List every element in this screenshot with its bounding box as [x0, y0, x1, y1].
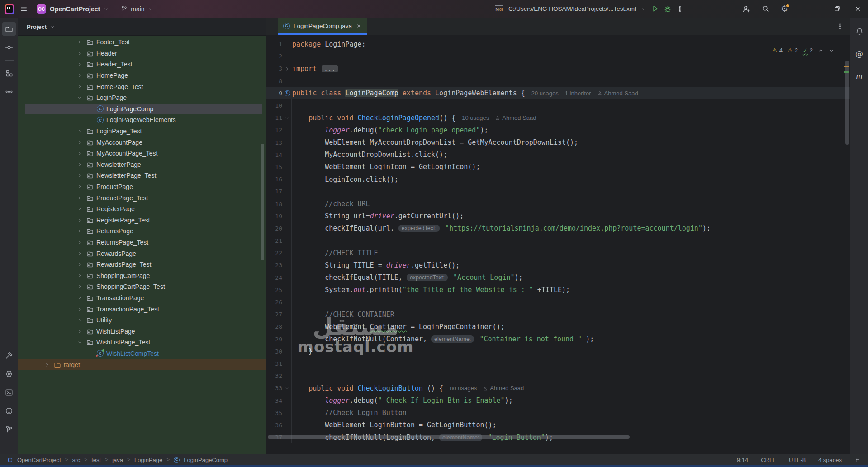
- line-number[interactable]: 27: [266, 311, 282, 318]
- file-encoding[interactable]: UTF-8: [789, 457, 806, 463]
- code-line-22[interactable]: 22 //CHECK TITLE: [266, 247, 850, 259]
- tree-item-Header_Test[interactable]: Header_Test: [18, 59, 266, 70]
- tree-chevron-icon[interactable]: [76, 95, 83, 100]
- tree-item-RegisterPage_Test[interactable]: RegisterPage_Test: [18, 215, 266, 226]
- tool-problems-button[interactable]: [2, 404, 16, 418]
- code-line-29[interactable]: 29 checkIfNotNull(Contianer, elementName…: [266, 333, 850, 345]
- tree-chevron-icon[interactable]: [76, 151, 83, 156]
- line-number[interactable]: 2: [266, 53, 282, 60]
- code-line-31[interactable]: 31: [266, 358, 850, 370]
- inspections-widget[interactable]: ⚠4 ⚠2 ✓2: [772, 47, 835, 54]
- line-number[interactable]: 16: [266, 176, 282, 183]
- line-number[interactable]: 24: [266, 274, 282, 281]
- tree-chevron-icon[interactable]: [76, 262, 83, 267]
- breadcrumb-item[interactable]: OpenCartProject: [17, 457, 61, 463]
- code-line-25[interactable]: 25 System.out.println("the Title of the …: [266, 284, 850, 296]
- line-number[interactable]: 12: [266, 127, 282, 133]
- line-number[interactable]: 14: [266, 151, 282, 158]
- line-number[interactable]: 36: [266, 422, 282, 429]
- tool-build-button[interactable]: [2, 348, 16, 363]
- code-line-3[interactable]: 3import ...: [266, 62, 850, 75]
- code-line-20[interactable]: 20 checkIfEqual(url, expectedText: "http…: [266, 222, 850, 235]
- line-number[interactable]: 25: [266, 287, 282, 293]
- tree-item-LoginPage[interactable]: LoginPage: [18, 92, 266, 104]
- tree-item-ProductPage_Test[interactable]: ProductPage_Test: [18, 192, 266, 203]
- code-line-8[interactable]: 8: [266, 75, 850, 87]
- tree-item-ReturnsPage[interactable]: ReturnsPage: [18, 226, 266, 237]
- class-gutter-icon[interactable]: C: [282, 90, 292, 96]
- tree-item-MyAccountPage_Test[interactable]: MyAccountPage_Test: [18, 148, 266, 159]
- code-line-13[interactable]: 13 WebElement MyAccountDropDownList = Ge…: [266, 137, 850, 149]
- line-number[interactable]: 9: [266, 90, 282, 97]
- code-line-30[interactable]: 30 }: [266, 345, 850, 358]
- code-line-27[interactable]: 27 //CHECK CONTAINER: [266, 308, 850, 321]
- tree-chevron-icon[interactable]: [76, 284, 83, 289]
- code-line-21[interactable]: 21: [266, 235, 850, 247]
- line-number[interactable]: 15: [266, 164, 282, 170]
- tool-maven-button[interactable]: m: [852, 69, 867, 83]
- tree-chevron-icon[interactable]: [76, 84, 83, 90]
- tree-item-MyAccountPage[interactable]: MyAccountPage: [18, 137, 266, 148]
- line-number[interactable]: 29: [266, 336, 282, 343]
- minimize-button[interactable]: [806, 0, 826, 18]
- line-number[interactable]: 10: [266, 102, 282, 109]
- run-configuration-name[interactable]: C:/Users/ENG HOSAM/IdeaProjects/...Test.…: [508, 5, 636, 12]
- tree-item-WishListCompTest[interactable]: CWishListCompTest: [18, 348, 266, 359]
- tree-chevron-icon[interactable]: [76, 240, 83, 245]
- code-line-26[interactable]: 26: [266, 296, 850, 308]
- tool-ai-assistant-button[interactable]: @: [852, 47, 867, 61]
- code-line-1[interactable]: 1package LoginPage;: [266, 38, 850, 50]
- close-tab-icon[interactable]: [356, 24, 361, 28]
- line-number[interactable]: 22: [266, 250, 282, 256]
- author-hint[interactable]: Ahmed Saad: [483, 385, 524, 392]
- tree-chevron-icon[interactable]: [76, 73, 83, 78]
- tree-item-WishListPage_Test[interactable]: WishListPage_Test: [18, 337, 266, 348]
- tool-commit-button[interactable]: [2, 40, 16, 55]
- code-line-17[interactable]: 17: [266, 185, 850, 198]
- tree-chevron-icon[interactable]: [76, 340, 83, 345]
- usages-hint[interactable]: 1 inheritor: [565, 90, 591, 97]
- main-menu-button[interactable]: [20, 5, 28, 13]
- weak-warnings-count[interactable]: ⚠2: [787, 47, 798, 54]
- tree-chevron-icon[interactable]: [76, 128, 83, 134]
- line-number[interactable]: 28: [266, 323, 282, 330]
- line-number[interactable]: 19: [266, 213, 282, 220]
- tree-item-TransactionPage_Test[interactable]: TransactionPage_Test: [18, 303, 266, 315]
- code-line-11[interactable]: 11 public void CheckLoginPageOpened() {1…: [266, 112, 850, 124]
- tree-chevron-icon[interactable]: [76, 295, 83, 301]
- tool-project-button[interactable]: [2, 22, 16, 36]
- tree-chevron-icon[interactable]: [76, 140, 83, 145]
- code-line-18[interactable]: 18 //check URL: [266, 198, 850, 210]
- tree-chevron-icon[interactable]: [76, 39, 83, 45]
- tree-chevron-icon[interactable]: [76, 195, 83, 201]
- error-stripe-typo-mark[interactable]: [844, 71, 849, 73]
- next-problem-button[interactable]: [829, 47, 835, 53]
- tree-chevron-icon[interactable]: [76, 307, 83, 312]
- breadcrumb-item[interactable]: LoginPageComp: [184, 457, 228, 463]
- line-number[interactable]: 17: [266, 188, 282, 195]
- editor-options-button[interactable]: [836, 23, 844, 30]
- tree-chevron-icon[interactable]: [76, 51, 83, 56]
- tree-item-ShoppingCartPage_Test[interactable]: ShoppingCartPage_Test: [18, 281, 266, 292]
- usages-hint[interactable]: no usages: [450, 385, 477, 392]
- more-run-options-button[interactable]: [676, 5, 683, 13]
- fold-icon[interactable]: [282, 386, 292, 391]
- code-line-12[interactable]: 12 logger.debug("check Login page opened…: [266, 124, 850, 136]
- usages-hint[interactable]: 10 usages: [462, 114, 489, 121]
- author-hint[interactable]: Ahmed Saad: [495, 114, 536, 121]
- line-number[interactable]: 1: [266, 41, 282, 47]
- tree-chevron-icon[interactable]: [76, 228, 83, 234]
- tree-item-TransactionPage[interactable]: TransactionPage: [18, 292, 266, 304]
- tool-more-tools-button[interactable]: [2, 85, 16, 99]
- tool-notifications-button[interactable]: [852, 24, 867, 39]
- line-number[interactable]: 18: [266, 201, 282, 208]
- tree-item-Footer_Test[interactable]: Footer_Test: [18, 37, 266, 48]
- line-number[interactable]: 13: [266, 139, 282, 146]
- code-line-32[interactable]: 32: [266, 370, 850, 382]
- line-number[interactable]: 31: [266, 360, 282, 367]
- tree-item-LoginPageWebElements[interactable]: CLoginPageWebElements: [18, 114, 266, 126]
- line-number[interactable]: 21: [266, 237, 282, 244]
- tree-item-HomePage[interactable]: HomePage: [18, 70, 266, 81]
- line-number[interactable]: 34: [266, 397, 282, 404]
- tree-item-RewardsPage_Test[interactable]: RewardsPage_Test: [18, 259, 266, 270]
